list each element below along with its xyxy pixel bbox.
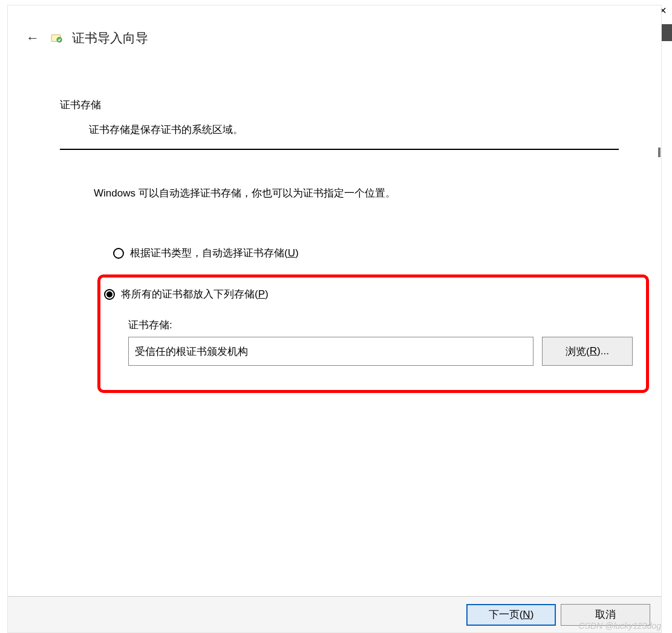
- radio-manual-label: 将所有的证书都放入下列存储(P): [121, 287, 269, 301]
- certificate-store-value: 受信任的根证书颁发机构: [135, 345, 248, 359]
- cancel-button[interactable]: 取消: [561, 604, 650, 626]
- store-radio-group: 根据证书类型，自动选择证书存储(U) 将所有的证书都放入下列存储(P) 证书存储…: [113, 242, 619, 393]
- divider: [60, 149, 619, 150]
- radio-auto-select-store[interactable]: 根据证书类型，自动选择证书存储(U): [113, 242, 619, 264]
- wizard-content: 证书存储 证书存储是保存证书的系统区域。 Windows 可以自动选择证书存储，…: [8, 47, 661, 393]
- next-button[interactable]: 下一页(N): [466, 604, 556, 626]
- wizard-header: ← 证书导入向导: [8, 5, 661, 47]
- radio-place-all-in-store[interactable]: 将所有的证书都放入下列存储(P): [104, 284, 633, 305]
- radio-auto-label: 根据证书类型，自动选择证书存储(U): [130, 246, 299, 260]
- instruction-text: Windows 可以自动选择证书存储，你也可以为证书指定一个位置。: [94, 186, 619, 200]
- certificate-store-row: 受信任的根证书颁发机构 浏览(R)...: [128, 337, 633, 366]
- certificate-store-label: 证书存储:: [128, 318, 633, 332]
- certificate-import-wizard-dialog: ← 证书导入向导 证书存储 证书存储是保存证书的系统区域。 Windows 可以…: [7, 5, 662, 633]
- browse-button[interactable]: 浏览(R)...: [542, 337, 633, 366]
- certificate-store-input[interactable]: 受信任的根证书颁发机构: [128, 337, 533, 366]
- decorative-strip: [661, 24, 672, 41]
- radio-icon: [113, 248, 124, 259]
- radio-icon: [104, 289, 115, 300]
- certificate-store-subsection: 证书存储: 受信任的根证书颁发机构 浏览(R)...: [128, 318, 633, 366]
- back-arrow-icon[interactable]: ←: [24, 30, 42, 46]
- wizard-title: 证书导入向导: [72, 30, 148, 47]
- section-title: 证书存储: [60, 98, 619, 112]
- decorative-smudge: [658, 148, 661, 157]
- wizard-footer: 下一页(N) 取消: [8, 596, 661, 632]
- certificate-icon: [50, 31, 64, 45]
- section-subtitle: 证书存储是保存证书的系统区域。: [89, 123, 619, 137]
- highlighted-selection-box: 将所有的证书都放入下列存储(P) 证书存储: 受信任的根证书颁发机构 浏览(R)…: [97, 274, 649, 393]
- svg-point-1: [57, 37, 62, 42]
